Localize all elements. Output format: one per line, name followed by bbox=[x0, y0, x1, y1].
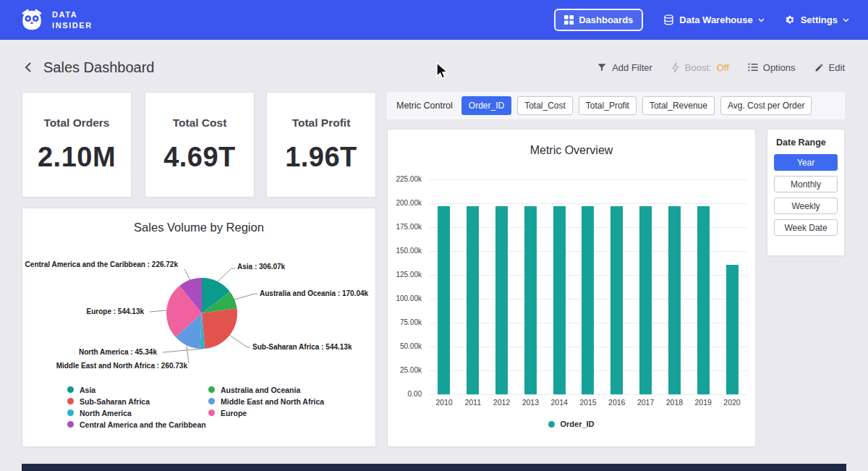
pie-legend-item-sub-saharan-africa[interactable]: Sub-Saharan Africa bbox=[67, 397, 206, 405]
brand-logo[interactable]: DATA INSIDER bbox=[19, 7, 93, 33]
bar-chart-y-axis: 225.00k200.00k175.00k150.00k125.00k100.0… bbox=[388, 179, 427, 394]
bar-column bbox=[631, 179, 660, 394]
back-chevron-icon bbox=[22, 61, 35, 74]
bar-column bbox=[603, 179, 631, 394]
back-button[interactable] bbox=[22, 61, 35, 74]
x-tick-label: 2012 bbox=[488, 398, 516, 407]
x-tick-label: 2018 bbox=[660, 398, 689, 407]
legend-dot-icon bbox=[67, 421, 74, 428]
date-range-button-year[interactable]: Year bbox=[774, 154, 838, 171]
y-tick-label: 225.00k bbox=[388, 175, 427, 183]
metric-button-avg-cost-per-order[interactable]: Avg. Cost per Order bbox=[720, 96, 812, 115]
brand-name: DATA INSIDER bbox=[52, 9, 93, 31]
bar-chart-legend[interactable]: Order_ID bbox=[388, 420, 755, 428]
nav-menu: Dashboards Data Warehouse Settings bbox=[554, 9, 849, 31]
pencil-icon bbox=[814, 63, 824, 72]
date-range-button-week-date[interactable]: Week Date bbox=[774, 219, 838, 236]
pie-legend-label: Middle East and North Africa bbox=[221, 397, 324, 406]
bar-2020[interactable] bbox=[726, 265, 739, 394]
bar-column bbox=[660, 179, 689, 394]
bar-2019[interactable] bbox=[697, 206, 710, 394]
pie-legend-item-europe[interactable]: Europe bbox=[208, 409, 324, 417]
kpi-label: Total Orders bbox=[43, 116, 109, 130]
pie-legend-label: Central America and the Caribbean bbox=[80, 420, 206, 429]
pie-legend-label: Australia and Oceania bbox=[221, 386, 300, 394]
legend-dot-icon bbox=[208, 410, 215, 416]
bar-chart-title: Metric Overview bbox=[388, 144, 755, 157]
y-tick-label: 125.00k bbox=[388, 271, 427, 279]
kpi-value: 2.10M bbox=[38, 142, 116, 173]
gridline bbox=[430, 394, 746, 395]
pie-label-line bbox=[229, 335, 250, 347]
bar-2014[interactable] bbox=[553, 206, 566, 394]
pie-slice-sub-saharan-africa[interactable] bbox=[202, 308, 237, 349]
pie-legend-item-central-america-and-the-caribbean[interactable]: Central America and the Caribbean bbox=[67, 420, 206, 428]
nav-data-warehouse-label: Data Warehouse bbox=[679, 14, 752, 25]
legend-dot-icon bbox=[548, 421, 555, 428]
metric-button-total-revenue[interactable]: Total_Revenue bbox=[642, 96, 715, 115]
brand-line-1: DATA bbox=[52, 9, 93, 20]
pie-legend-item-australia-and-oceania[interactable]: Australia and Oceania bbox=[208, 386, 324, 394]
metric-button-order-id[interactable]: Order_ID bbox=[461, 96, 511, 115]
bar-2017[interactable] bbox=[639, 206, 652, 394]
pie-legend-item-north-america[interactable]: North America bbox=[67, 409, 206, 417]
nav-settings-menu[interactable]: Settings bbox=[785, 14, 849, 25]
lightning-icon bbox=[671, 62, 680, 73]
kpi-card-total-profit: Total Profit 1.96T bbox=[266, 92, 376, 198]
pie-legend-item-asia[interactable]: Asia bbox=[67, 386, 206, 394]
kpi-value: 4.69T bbox=[163, 142, 236, 173]
bar-2010[interactable] bbox=[438, 206, 450, 394]
y-tick-label: 200.00k bbox=[388, 199, 427, 207]
metric-control-label: Metric Control bbox=[396, 101, 453, 111]
x-tick-label: 2011 bbox=[459, 398, 488, 407]
nav-dashboards-label: Dashboards bbox=[579, 14, 633, 25]
legend-dot-icon bbox=[67, 410, 74, 416]
bar-column bbox=[689, 179, 718, 394]
bar-2018[interactable] bbox=[668, 206, 681, 394]
bar-2013[interactable] bbox=[524, 206, 537, 394]
legend-dot-icon bbox=[208, 386, 215, 393]
date-range-button-monthly[interactable]: Monthly bbox=[774, 176, 838, 192]
y-tick-label: 50.00k bbox=[388, 342, 427, 350]
bar-column bbox=[430, 179, 459, 394]
y-tick-label: 75.00k bbox=[388, 318, 427, 326]
bar-column bbox=[574, 179, 603, 394]
database-icon bbox=[663, 14, 674, 25]
x-tick-label: 2017 bbox=[631, 398, 660, 407]
add-filter-button[interactable]: Add Filter bbox=[597, 62, 652, 73]
nav-dashboards-button[interactable]: Dashboards bbox=[554, 9, 643, 31]
gear-icon bbox=[785, 14, 796, 25]
legend-dot-icon bbox=[67, 386, 74, 393]
boost-toggle[interactable]: Boost: Off bbox=[671, 62, 729, 73]
x-tick-label: 2015 bbox=[574, 398, 603, 407]
options-button[interactable]: Options bbox=[748, 62, 796, 73]
bar-chart-plot bbox=[430, 179, 746, 394]
edit-button[interactable]: Edit bbox=[814, 62, 845, 73]
bar-chart-bars bbox=[430, 179, 746, 394]
bar-chart-x-axis: 2010201120122013201420152016201720182019… bbox=[430, 398, 746, 407]
metric-button-total-cost[interactable]: Total_Cost bbox=[517, 96, 573, 115]
owl-logo-icon bbox=[19, 7, 45, 33]
metric-button-total-profit[interactable]: Total_Profit bbox=[579, 96, 637, 115]
date-range-button-weekly[interactable]: Weekly bbox=[774, 198, 838, 214]
top-navbar: DATA INSIDER Dashboards Data Warehouse bbox=[0, 0, 868, 40]
nav-settings-label: Settings bbox=[801, 14, 838, 25]
kpi-card-total-cost: Total Cost 4.69T bbox=[145, 92, 255, 198]
boost-label: Boost: bbox=[685, 62, 712, 73]
bar-2011[interactable] bbox=[467, 206, 479, 394]
kpi-label: Total Cost bbox=[173, 116, 227, 130]
pie-label-line bbox=[234, 294, 258, 300]
bar-column bbox=[488, 179, 516, 394]
pie-legend-item-middle-east-and-north-africa[interactable]: Middle East and North Africa bbox=[208, 397, 324, 405]
y-tick-label: 25.00k bbox=[388, 366, 427, 374]
kpi-card-total-orders: Total Orders 2.10M bbox=[22, 92, 132, 198]
nav-data-warehouse-menu[interactable]: Data Warehouse bbox=[663, 14, 764, 25]
legend-dot-icon bbox=[67, 398, 74, 404]
bar-2016[interactable] bbox=[610, 206, 623, 394]
date-range-card: Date Range YearMonthlyWeeklyWeek Date bbox=[767, 129, 845, 256]
pie-legend-col-2: Australia and OceaniaMiddle East and Nor… bbox=[208, 386, 324, 417]
bar-2015[interactable] bbox=[582, 206, 594, 394]
sales-volume-card: Sales Volume by Region Asia : 306.07kAus… bbox=[22, 208, 376, 447]
metric-control-bar: Metric Control Order_IDTotal_CostTotal_P… bbox=[387, 92, 845, 119]
bar-2012[interactable] bbox=[495, 206, 508, 394]
